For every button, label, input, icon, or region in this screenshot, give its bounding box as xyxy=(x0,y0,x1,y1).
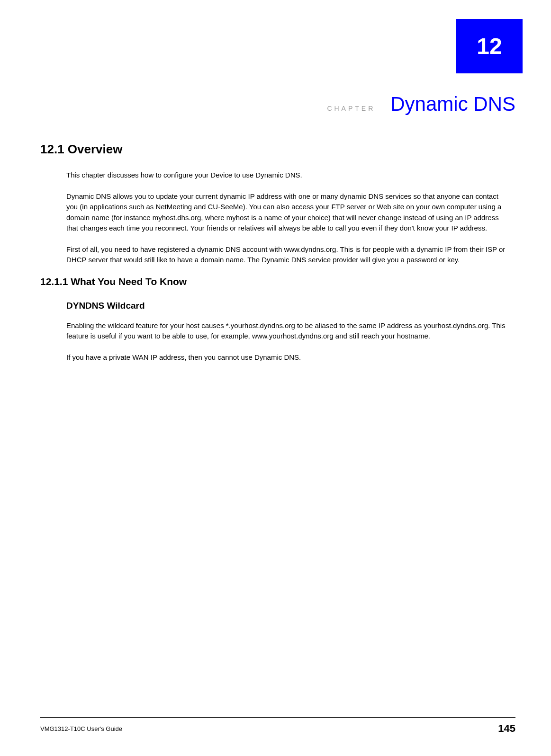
subsubsection-heading-wildcard: DYNDNS Wildcard xyxy=(66,301,506,311)
overview-p3: First of all, you need to have registere… xyxy=(66,244,506,266)
chapter-label: CHAPTER xyxy=(327,105,375,112)
section-heading-overview: 12.1 Overview xyxy=(40,142,506,157)
chapter-title: Dynamic DNS xyxy=(390,93,515,116)
chapter-number: 12 xyxy=(477,33,502,59)
page-footer: VMG1312-T10C User's Guide 145 xyxy=(40,717,515,735)
overview-p1: This chapter discusses how to configure … xyxy=(66,170,506,181)
wildcard-p2: If you have a private WAN IP address, th… xyxy=(66,352,506,363)
chapter-tab: 12 xyxy=(456,19,523,73)
wildcard-p1: Enabling the wildcard feature for your h… xyxy=(66,320,506,342)
subsection-heading-whatyouneed: 12.1.1 What You Need To Know xyxy=(40,276,506,287)
page-content: 12.1 Overview This chapter discusses how… xyxy=(40,142,506,373)
footer-page-number: 145 xyxy=(498,722,515,735)
overview-p2: Dynamic DNS allows you to update your cu… xyxy=(66,191,506,234)
footer-guide-title: VMG1312-T10C User's Guide xyxy=(40,725,122,732)
chapter-label-row: CHAPTER Dynamic DNS xyxy=(327,93,515,116)
